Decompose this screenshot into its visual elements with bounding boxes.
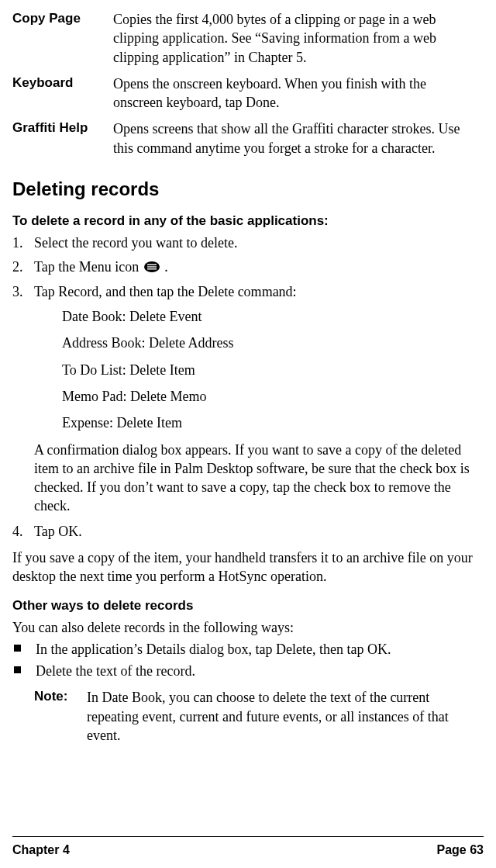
- bullet-item: Delete the text of the record.: [12, 662, 484, 680]
- def-desc: Copies the first 4,000 bytes of a clippi…: [113, 6, 484, 71]
- note-text: In Date Book, you can choose to delete t…: [87, 688, 484, 745]
- def-term: Keyboard: [12, 71, 113, 116]
- section-heading: Deleting records: [12, 177, 484, 202]
- page-footer: Chapter 4 Page 63: [12, 836, 484, 859]
- step-item: Tap the Menu icon .: [12, 258, 484, 278]
- sub-list-item: Date Book: Delete Event: [62, 307, 484, 326]
- step-item: Tap OK.: [12, 522, 484, 541]
- footer-chapter: Chapter 4: [12, 842, 70, 859]
- step-text: Tap OK.: [34, 524, 82, 539]
- def-term: Graffiti Help: [12, 116, 113, 161]
- sub-heading: To delete a record in any of the basic a…: [12, 213, 484, 230]
- step-item: Select the record you want to delete.: [12, 233, 484, 252]
- sub-list-item: Expense: Delete Item: [62, 413, 484, 432]
- sub-list-item: Address Book: Delete Address: [62, 334, 484, 352]
- step-item: Tap Record, and then tap the Delete comm…: [12, 282, 484, 433]
- steps-list: Select the record you want to delete. Ta…: [12, 233, 484, 432]
- sub-list: Date Book: Delete Event Address Book: De…: [62, 307, 484, 432]
- mini-heading: Other ways to delete records: [12, 597, 484, 615]
- sub-list-item: To Do List: Delete Item: [62, 361, 484, 379]
- def-desc: Opens screens that show all the Graffiti…: [113, 116, 484, 161]
- menu-icon: [144, 258, 160, 277]
- step-text: Tap the Menu icon: [34, 259, 143, 275]
- def-term: Copy Page: [12, 6, 113, 71]
- sub-list-item: Memo Pad: Delete Memo: [62, 387, 484, 406]
- definition-row: Copy Page Copies the first 4,000 bytes o…: [12, 6, 484, 71]
- bullet-list: In the application’s Details dialog box,…: [12, 640, 484, 681]
- bullet-item: In the application’s Details dialog box,…: [12, 640, 484, 659]
- definition-table: Copy Page Copies the first 4,000 bytes o…: [12, 6, 484, 161]
- step-text: Tap Record, and then tap the Delete comm…: [34, 284, 297, 299]
- def-desc: Opens the onscreen keyboard. When you fi…: [113, 71, 484, 116]
- svg-rect-2: [147, 267, 157, 268]
- step-text-suffix: .: [161, 259, 168, 275]
- mini-intro: You can also delete records in the follo…: [12, 618, 484, 637]
- svg-rect-1: [147, 265, 157, 265]
- step-paragraph: A confirmation dialog box appears. If yo…: [34, 441, 484, 516]
- body-paragraph: If you save a copy of the item, your han…: [12, 548, 484, 586]
- footer-page: Page 63: [437, 842, 484, 859]
- definition-row: Graffiti Help Opens screens that show al…: [12, 116, 484, 161]
- note-label: Note:: [34, 688, 87, 745]
- step-text: Select the record you want to delete.: [34, 235, 237, 251]
- note-block: Note: In Date Book, you can choose to de…: [12, 688, 484, 745]
- steps-list-continued: Tap OK.: [12, 522, 484, 541]
- definition-row: Keyboard Opens the onscreen keyboard. Wh…: [12, 71, 484, 116]
- svg-rect-3: [147, 269, 157, 270]
